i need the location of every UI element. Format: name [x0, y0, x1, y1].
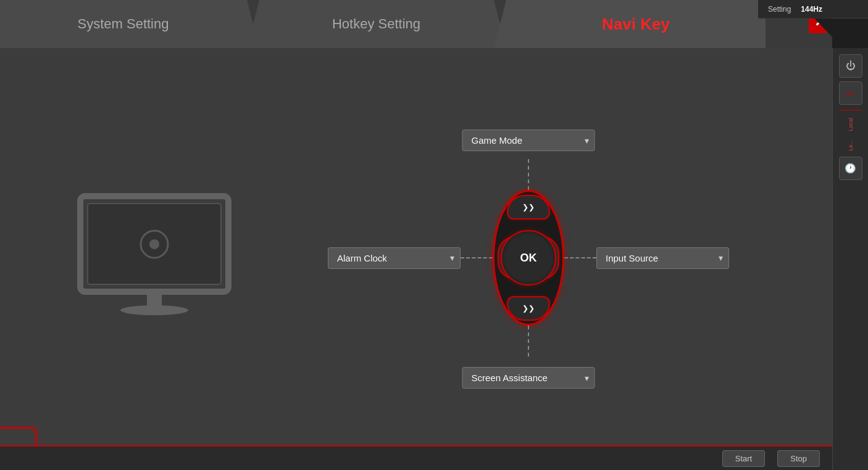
- screen-assistance-dropdown-wrapper: Screen Assistance Game Mode Alarm Clock …: [462, 367, 595, 389]
- svg-rect-6: [151, 306, 157, 313]
- hz-label: 144Hz: [801, 5, 822, 14]
- power-icon[interactable]: ⏻: [839, 54, 862, 78]
- navi-layout: Game Mode FPS Mode RTS Mode RPG Mode Ala…: [328, 117, 729, 401]
- nav-up-button[interactable]: ❯❯: [507, 195, 550, 220]
- game-mode-dropdown-wrapper: Game Mode FPS Mode RTS Mode RPG Mode: [462, 130, 595, 151]
- tab-hotkey[interactable]: Hotkey Setting: [247, 0, 506, 48]
- nav-up-icon: ❯❯: [522, 203, 535, 212]
- screen-assistance-dropdown-container[interactable]: Screen Assistance Game Mode Alarm Clock …: [462, 367, 595, 389]
- start-button[interactable]: Start: [722, 450, 765, 467]
- input-source-dropdown-wrapper: Input Source Game Mode Alarm Clock Scree…: [564, 247, 729, 269]
- alarm-clock-dropdown-container[interactable]: Alarm Clock Screen Assistance Input Sour…: [328, 247, 461, 269]
- nav-down-icon: ❯❯: [522, 304, 535, 313]
- svg-rect-4: [147, 292, 162, 307]
- connector-h-left: [461, 257, 493, 258]
- monitor-illustration: [74, 190, 235, 328]
- tab-system[interactable]: System Setting: [0, 0, 259, 48]
- monitor-icon[interactable]: ▭: [839, 81, 862, 105]
- clock-icon[interactable]: 🕐: [839, 157, 862, 180]
- input-source-select[interactable]: Input Source Game Mode Alarm Clock Scree…: [596, 247, 729, 269]
- svg-point-3: [149, 239, 159, 249]
- tab-bar: System Setting Hotkey Setting Navi Key: [0, 0, 832, 48]
- setting-label: Setting: [768, 5, 791, 14]
- sidebar-divider-red: [840, 110, 862, 110]
- sidebar-text-local: Local: [848, 115, 854, 134]
- corner-decoration: [0, 427, 37, 445]
- middle-row: Alarm Clock Screen Assistance Input Sour…: [328, 190, 729, 326]
- alarm-clock-dropdown-wrapper: Alarm Clock Screen Assistance Input Sour…: [328, 247, 493, 269]
- ok-label: OK: [520, 252, 537, 265]
- main-window: System Setting Hotkey Setting Navi Key ✕: [0, 0, 832, 470]
- screen-assistance-select[interactable]: Screen Assistance Game Mode Alarm Clock …: [462, 367, 595, 389]
- alarm-clock-select[interactable]: Alarm Clock Screen Assistance Input Sour…: [328, 247, 461, 269]
- input-source-dropdown-container[interactable]: Input Source Game Mode Alarm Clock Scree…: [596, 247, 729, 269]
- connector-h-right: [564, 257, 596, 258]
- connector-v-bottom: [528, 326, 529, 357]
- stop-button[interactable]: Stop: [777, 450, 820, 467]
- sidebar-text-le: Le...: [848, 138, 854, 154]
- bottom-bar: Start Stop: [0, 445, 832, 470]
- connector-v-top: [528, 159, 529, 190]
- game-mode-dropdown-container[interactable]: Game Mode FPS Mode RTS Mode RPG Mode: [462, 130, 595, 151]
- right-sidebar: ⏻ ▭ Local Le... 🕐: [832, 48, 868, 470]
- navi-ring: ❯❯ ❯❯ 《 》 OK: [493, 190, 564, 326]
- content-area: Game Mode FPS Mode RTS Mode RPG Mode Ala…: [0, 48, 832, 470]
- ok-button[interactable]: OK: [501, 230, 556, 286]
- game-mode-select[interactable]: Game Mode FPS Mode RTS Mode RPG Mode: [462, 130, 595, 151]
- tab-navi[interactable]: Navi Key: [494, 0, 766, 48]
